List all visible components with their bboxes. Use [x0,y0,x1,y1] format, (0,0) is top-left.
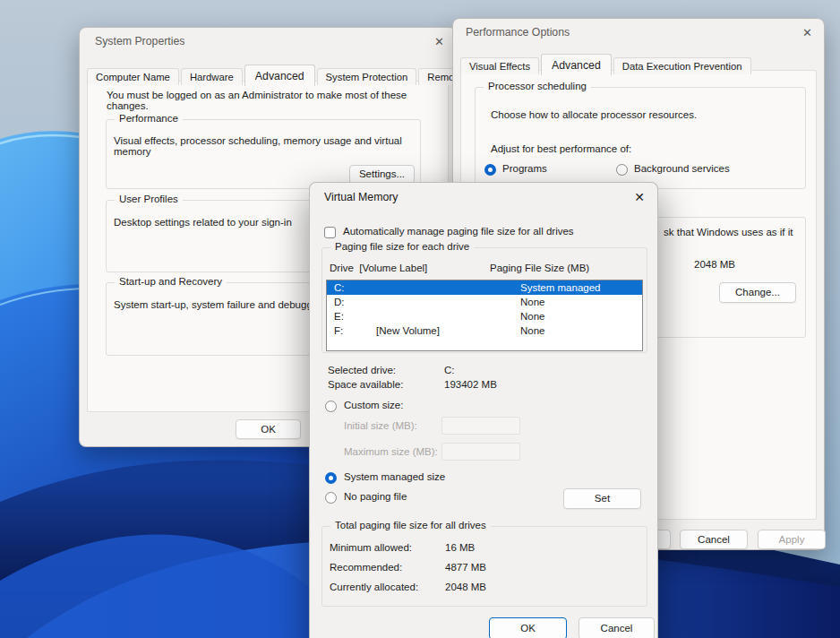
paging-files-group: Paging file size for each drive Drive [V… [321,247,647,353]
tab-system-protection[interactable]: System Protection [317,68,417,85]
programs-radio-label[interactable]: Programs [502,163,547,174]
apply-button: Apply [758,530,826,549]
drive-letter: E: [334,309,344,323]
drive-row-c[interactable]: C: System managed [327,280,642,295]
tab-data-execution-prevention[interactable]: Data Execution Prevention [613,57,751,74]
column-header-drive: Drive [Volume Label] [330,263,427,273]
performance-group: Performance Visual effects, processor sc… [106,119,421,189]
startup-recovery-description: System start-up, system failure and debu… [114,299,326,310]
performance-description: Visual effects, processor scheduling, me… [114,135,414,157]
performance-options-tab-strip: Visual Effects Advanced Data Execution P… [460,54,753,74]
change-button[interactable]: Change... [719,282,796,303]
totals-group-label: Total paging file size for all drives [330,520,491,530]
drive-row-f[interactable]: F: [New Volume] None [327,323,642,338]
maximum-size-input [441,443,520,461]
performance-settings-button[interactable]: Settings... [349,165,415,184]
volume-label: [New Volume] [376,323,440,338]
column-header-size: Paging File Size (MB) [490,263,589,273]
space-available-label: Space available: [328,379,403,390]
system-managed-radio[interactable] [325,472,337,484]
user-profiles-group-label: User Profiles [115,194,183,204]
drive-row-e[interactable]: E: None [327,309,642,323]
paging-size: System managed [520,280,601,295]
drive-row-d[interactable]: D: None [327,295,642,309]
auto-manage-checkbox[interactable] [324,227,336,238]
currently-allocated-value: 2048 MB [445,582,486,592]
cancel-button[interactable]: Cancel [680,530,748,549]
system-properties-title: System Properties [95,35,184,47]
initial-size-label: Initial size (MB): [344,420,417,431]
paging-size: None [520,295,545,309]
set-button[interactable]: Set [563,488,641,509]
system-properties-tab-strip: Computer Name Hardware Advanced System P… [87,65,474,85]
close-icon[interactable]: ✕ [434,34,444,50]
drive-letter: D: [334,295,345,309]
minimum-allowed-label: Minimum allowed: [330,542,412,553]
ok-button[interactable]: OK [236,419,301,439]
system-managed-label[interactable]: System managed size [344,471,445,482]
paging-file-description-fragment: sk that Windows uses as if it [664,227,793,237]
adjust-performance-label: Adjust for best performance of: [491,143,631,154]
totals-group: Total paging file size for all drives Mi… [321,526,647,607]
processor-scheduling-description: Choose how to allocate processor resourc… [491,109,697,120]
drive-letter: F: [334,323,343,338]
programs-radio[interactable] [484,164,496,176]
custom-size-label[interactable]: Custom size: [344,400,403,410]
tab-advanced[interactable]: Advanced [244,65,315,86]
auto-manage-label[interactable]: Automatically manage paging file size fo… [343,226,574,237]
performance-options-title: Performance Options [466,26,570,39]
admin-note: You must be logged on as an Administrato… [107,90,438,111]
virtual-memory-title: Virtual Memory [324,191,398,203]
processor-scheduling-group-label: Processor scheduling [484,81,591,91]
tab-hardware[interactable]: Hardware [181,68,243,85]
startup-recovery-group-label: Start-up and Recovery [115,276,227,287]
close-icon[interactable]: ✕ [802,25,812,41]
custom-size-radio[interactable] [325,401,337,412]
paging-size: None [520,309,545,323]
total-paging-size-value: 2048 MB [694,259,735,270]
user-profiles-description: Desktop settings related to your sign-in [114,217,292,228]
no-paging-radio[interactable] [325,492,337,504]
window-virtual-memory: Virtual Memory ✕ Automatically manage pa… [309,182,658,638]
drive-letter: C: [334,280,345,295]
tab-advanced[interactable]: Advanced [541,54,612,75]
paging-files-group-label: Paging file size for each drive [330,241,474,252]
currently-allocated-label: Currently allocated: [330,582,418,592]
recommended-value: 4877 MB [445,562,486,573]
minimum-allowed-value: 16 MB [445,542,475,553]
background-services-radio-label[interactable]: Background services [634,163,730,174]
paging-size: None [520,323,545,338]
tab-computer-name[interactable]: Computer Name [87,68,179,85]
recommended-label: Recommended: [330,562,402,573]
selected-drive-label: Selected drive: [328,365,396,375]
ok-button[interactable]: OK [489,617,567,638]
close-icon[interactable]: ✕ [634,189,645,205]
maximum-size-label: Maximum size (MB): [344,446,438,457]
processor-scheduling-group: Processor scheduling Choose how to alloc… [475,87,806,189]
initial-size-input [441,417,520,435]
performance-group-label: Performance [115,113,183,124]
space-available-value: 193402 MB [444,379,497,390]
tab-visual-effects[interactable]: Visual Effects [460,57,539,74]
no-paging-label[interactable]: No paging file [344,491,407,502]
selected-drive-value: C: [444,365,455,375]
drive-list[interactable]: C: System managed D: None E: None F: [Ne… [326,280,643,351]
background-services-radio[interactable] [616,164,628,176]
cancel-button[interactable]: Cancel [579,617,655,638]
